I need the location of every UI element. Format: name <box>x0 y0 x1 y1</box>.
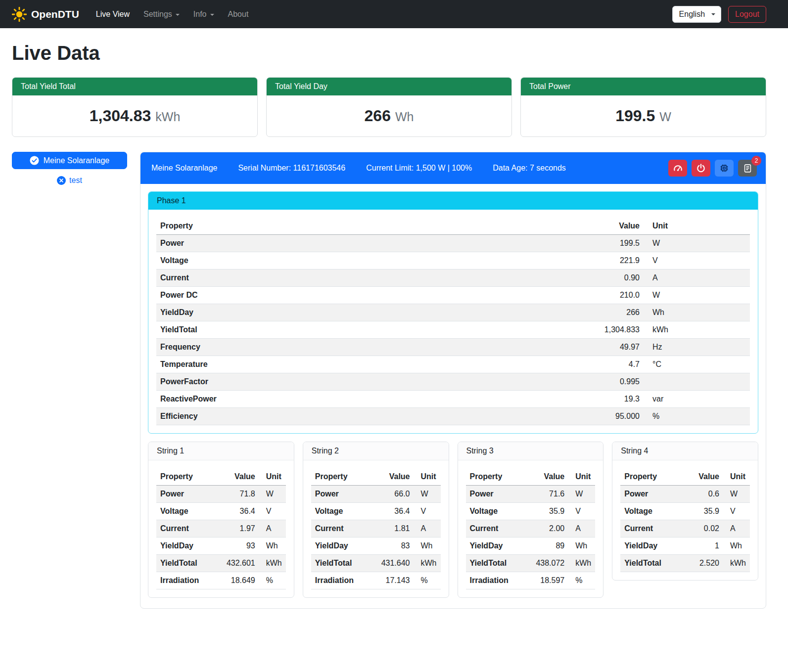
unit-cell: Wh <box>568 538 595 555</box>
property-header: Property <box>156 468 214 486</box>
unit-cell: kWh <box>414 555 441 572</box>
nav-live-view-label: Live View <box>96 10 130 19</box>
limit-settings-button[interactable] <box>668 160 687 177</box>
string-card-title: String 4 <box>612 442 758 460</box>
unit-cell: V <box>414 503 441 520</box>
table-row: YieldTotal438.072kWh <box>466 555 596 572</box>
table-row: YieldTotal1,304.833kWh <box>156 321 750 339</box>
value-cell: 210.0 <box>589 287 644 304</box>
table-row: Power199.5W <box>156 235 750 252</box>
table-row: YieldDay89Wh <box>466 538 596 555</box>
unit-cell: kWh <box>259 555 286 572</box>
nav-live-view[interactable]: Live View <box>89 6 137 23</box>
property-cell: Frequency <box>156 339 589 356</box>
summary-unit: Wh <box>395 110 414 124</box>
inverter-select-button-meine-solaranlage[interactable]: Meine Solaranlage <box>12 152 127 169</box>
event-log-button[interactable]: 2 <box>738 160 757 177</box>
table-row: YieldDay266Wh <box>156 304 750 321</box>
navbar-right: English Logout <box>672 6 766 23</box>
logout-button[interactable]: Logout <box>728 6 766 23</box>
value-cell: 36.4 <box>214 503 259 520</box>
unit-cell: var <box>644 391 750 408</box>
string-4-card: String 4 Property Value Unit <box>612 442 758 581</box>
brand-link[interactable]: OpenDTU <box>12 7 79 22</box>
table-row: Current0.90A <box>156 269 750 287</box>
value-cell: 0.995 <box>589 373 644 391</box>
table-header-row: Property Value Unit <box>156 218 750 235</box>
table-row: YieldTotal2.520kWh <box>620 555 750 572</box>
nav-settings[interactable]: Settings <box>137 6 186 23</box>
string-card-body: Property Value Unit Power0.6WVoltage35.9… <box>612 460 758 580</box>
property-header: Property <box>156 218 589 235</box>
table-row: YieldDay83Wh <box>311 538 441 555</box>
nav-info-label: Info <box>193 10 207 19</box>
nav-about[interactable]: About <box>221 6 256 23</box>
unit-cell: V <box>644 252 750 269</box>
property-cell: YieldDay <box>156 304 589 321</box>
unit-cell: kWh <box>644 321 750 339</box>
unit-cell: A <box>568 520 595 538</box>
unit-cell: Wh <box>644 304 750 321</box>
unit-cell <box>644 373 750 391</box>
value-cell: 17.143 <box>369 572 414 589</box>
value-cell: 95.000 <box>589 408 644 425</box>
phase-table: Property Value Unit Power199.5WVoltage22… <box>156 218 750 425</box>
value-cell: 36.4 <box>369 503 414 520</box>
phase-card-title: Phase 1 <box>148 192 758 210</box>
value-cell: 1.81 <box>369 520 414 538</box>
property-cell: YieldDay <box>466 538 523 555</box>
unit-cell: V <box>723 503 750 520</box>
summary-card-title: Total Power <box>521 78 766 95</box>
inverter-select-link-test[interactable]: test <box>12 176 127 185</box>
unit-cell: kWh <box>568 555 595 572</box>
table-row: Efficiency95.000% <box>156 408 750 425</box>
unit-cell: Wh <box>259 538 286 555</box>
device-info-button[interactable] <box>715 160 734 177</box>
string-3-table: Property Value Unit Power71.6WVoltage35.… <box>466 468 596 589</box>
value-cell: 35.9 <box>523 503 568 520</box>
inverter-panel-header: Meine Solaranlage Serial Number: 1161716… <box>140 152 766 184</box>
nav-info[interactable]: Info <box>186 6 221 23</box>
chevron-down-icon <box>711 13 715 15</box>
unit-cell: °C <box>644 356 750 373</box>
property-cell: Voltage <box>466 503 523 520</box>
unit-cell: W <box>568 486 595 503</box>
chevron-down-icon <box>176 14 180 16</box>
power-button[interactable] <box>692 160 710 177</box>
inverter-panel-body: Phase 1 Property Value Unit Power199.5WV… <box>140 184 766 608</box>
journal-icon <box>743 164 752 173</box>
table-header-row: Property Value Unit <box>156 468 286 486</box>
summary-card-title: Total Yield Day <box>267 78 511 95</box>
nav-links: Live View Settings Info About <box>89 6 256 23</box>
value-cell: 83 <box>369 538 414 555</box>
string-2-card: String 2 Property Value Unit <box>303 442 449 598</box>
table-row: YieldTotal432.601kWh <box>156 555 286 572</box>
unit-cell: A <box>259 520 286 538</box>
table-row: Irradiation17.143% <box>311 572 441 589</box>
table-row: Voltage36.4V <box>311 503 441 520</box>
unit-cell: % <box>414 572 441 589</box>
string-4-table: Property Value Unit Power0.6WVoltage35.9… <box>620 468 750 572</box>
table-row: Irradiation18.597% <box>466 572 596 589</box>
table-row: Current2.00A <box>466 520 596 538</box>
navbar: OpenDTU Live View Settings Info About En… <box>0 0 788 28</box>
table-row: Current1.81A <box>311 520 441 538</box>
unit-cell: V <box>259 503 286 520</box>
value-cell: 49.97 <box>589 339 644 356</box>
property-cell: Irradiation <box>156 572 214 589</box>
property-cell: Power DC <box>156 287 589 304</box>
table-row: Voltage36.4V <box>156 503 286 520</box>
value-cell: 0.6 <box>678 486 723 503</box>
property-cell: Irradiation <box>311 572 369 589</box>
language-select[interactable]: English <box>672 6 721 23</box>
summary-value: 266 <box>365 107 391 125</box>
property-cell: Voltage <box>156 252 589 269</box>
table-row: Power0.6W <box>620 486 750 503</box>
value-header: Value <box>678 468 723 486</box>
unit-cell: A <box>414 520 441 538</box>
string-card-title: String 2 <box>303 442 449 460</box>
property-cell: YieldTotal <box>156 321 589 339</box>
value-header: Value <box>523 468 568 486</box>
property-header: Property <box>466 468 523 486</box>
string-1-table: Property Value Unit Power71.8WVoltage36.… <box>156 468 286 589</box>
